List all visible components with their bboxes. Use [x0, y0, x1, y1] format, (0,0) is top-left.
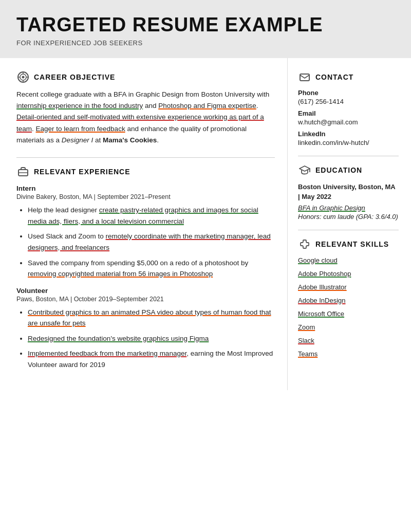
puzzle-icon	[298, 237, 311, 251]
linkedin-value: linkedin.com/in/w-hutch/	[298, 139, 399, 146]
divider-3	[298, 230, 399, 230]
skills-section: RELEVANT SKILLS Google cloud Adobe Photo…	[298, 237, 399, 361]
phone-label: Phone	[298, 89, 399, 97]
bullet-5: Redesigned the foundation's website grap…	[28, 333, 275, 344]
mail-icon	[298, 70, 311, 84]
bullet-2: Used Slack and Zoom to remotely coordina…	[28, 231, 275, 253]
job-bullets-intern: Help the lead designer create pastry-rel…	[16, 205, 275, 280]
job-meta-volunteer: Paws, Boston, MA | October 2019–Septembe…	[16, 296, 275, 303]
career-objective-title: CAREER OBJECTIVE	[34, 73, 115, 81]
career-objective-section: CAREER OBJECTIVE Recent college graduate…	[16, 70, 275, 146]
skill-adobe-photoshop: Adobe Photoshop	[298, 269, 399, 281]
edu-degree: BFA in Graphic Design	[298, 204, 399, 212]
job-meta-intern: Divine Bakery, Boston, MA | September 20…	[16, 193, 275, 200]
resume-title: TARGETED RESUME EXAMPLE	[16, 14, 395, 36]
left-column: CAREER OBJECTIVE Recent college graduate…	[0, 58, 288, 390]
job-title-volunteer: Volunteer	[16, 287, 275, 295]
education-title: EDUCATION	[315, 166, 362, 174]
contact-title: CONTACT	[315, 73, 353, 81]
bullet-1: Help the lead designer create pastry-rel…	[28, 205, 275, 227]
contact-section: CONTACT Phone (617) 256-1414 Email w.hut…	[298, 70, 399, 146]
right-column: CONTACT Phone (617) 256-1414 Email w.hut…	[288, 58, 411, 390]
experience-title: RELEVANT EXPERIENCE	[34, 168, 130, 176]
skill-teams: Teams	[298, 350, 399, 361]
briefcase-icon	[16, 165, 30, 178]
job-title-intern: Intern	[16, 185, 275, 192]
svg-rect-9	[300, 74, 309, 81]
bullet-6: Implemented feedback from the marketing …	[28, 348, 275, 370]
target-icon	[16, 70, 30, 84]
education-section: EDUCATION Boston University, Boston, MA …	[298, 163, 399, 221]
skill-microsoft-office: Microsoft Office	[298, 309, 399, 321]
career-objective-header: CAREER OBJECTIVE	[16, 70, 275, 84]
education-header: EDUCATION	[298, 163, 399, 177]
bullet-4: Contributed graphics to an animated PSA …	[28, 307, 275, 329]
email-value: w.hutch@gmail.com	[298, 118, 399, 126]
divider-1	[16, 157, 275, 158]
skill-adobe-indesign: Adobe InDesign	[298, 296, 399, 307]
experience-section: RELEVANT EXPERIENCE Intern Divine Bakery…	[16, 165, 275, 371]
bullet-3: Saved the company from spending $5,000 o…	[28, 258, 275, 280]
career-objective-text: Recent college graduate with a BFA in Gr…	[16, 89, 275, 146]
job-intern: Intern Divine Bakery, Boston, MA | Septe…	[16, 185, 275, 280]
linkedin-label: LinkedIn	[298, 130, 399, 138]
job-bullets-volunteer: Contributed graphics to an animated PSA …	[16, 307, 275, 371]
edu-honors: Honors: cum laude (GPA: 3.6/4.0)	[298, 213, 399, 221]
resume-subtitle: FOR INEXPERIENCED JOB SEEKERS	[16, 39, 395, 47]
skill-google-cloud: Google cloud	[298, 256, 399, 267]
skills-title: RELEVANT SKILLS	[315, 240, 389, 248]
contact-header: CONTACT	[298, 70, 399, 84]
svg-point-2	[22, 76, 25, 78]
skills-header: RELEVANT SKILLS	[298, 237, 399, 251]
email-label: Email	[298, 109, 399, 117]
experience-header: RELEVANT EXPERIENCE	[16, 165, 275, 178]
skill-adobe-illustrator: Adobe Illustrator	[298, 283, 399, 294]
divider-2	[298, 156, 399, 156]
resume-header: TARGETED RESUME EXAMPLE FOR INEXPERIENCE…	[0, 0, 411, 58]
svg-marker-10	[300, 166, 310, 171]
skill-slack: Slack	[298, 336, 399, 347]
resume-content: CAREER OBJECTIVE Recent college graduate…	[0, 58, 411, 390]
edu-school: Boston University, Boston, MA | May 2022	[298, 182, 399, 202]
skill-zoom: Zoom	[298, 323, 399, 334]
phone-value: (617) 256-1414	[298, 98, 399, 105]
job-volunteer: Volunteer Paws, Boston, MA | October 201…	[16, 287, 275, 371]
mortar-icon	[298, 163, 311, 177]
